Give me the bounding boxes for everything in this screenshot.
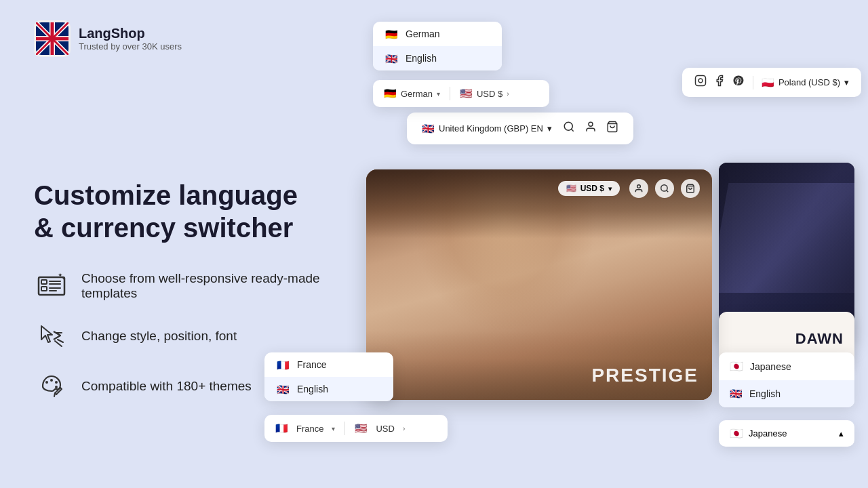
bar-lang-label: German xyxy=(401,89,433,99)
switcher-bar-top[interactable]: 🇩🇪 German ▾ 🇺🇸 USD $ › xyxy=(373,80,549,107)
prestige-user-icon[interactable] xyxy=(629,179,648,198)
german-label: German xyxy=(406,28,440,39)
svg-point-21 xyxy=(55,381,58,384)
feature-text-templates: Choose from well-responsive ready-made t… xyxy=(81,271,359,301)
chevron-down-icon: ▾ xyxy=(844,77,849,87)
svg-rect-11 xyxy=(41,280,47,284)
chevron-right-france: › xyxy=(403,425,405,432)
japanese-active-bar[interactable]: 🇯🇵 Japanese ▴ xyxy=(719,420,854,447)
dropdown-item-english-br[interactable]: 🇬🇧 English xyxy=(719,380,854,407)
english-label-br: English xyxy=(749,388,781,399)
feature-text-themes: Compatible with 180+ themes xyxy=(81,379,252,394)
prestige-label: PRESTIGE xyxy=(591,365,698,386)
svg-point-20 xyxy=(50,379,53,382)
bar-france-flag: 🇫🇷 xyxy=(275,422,288,434)
logo-text-block: LangShop Trusted by over 30K users xyxy=(79,26,182,52)
feature-text-style: Change style, position, font xyxy=(81,329,237,344)
social-icons xyxy=(694,75,745,90)
english-flag-bl: 🇬🇧 xyxy=(275,384,290,394)
bar-france-label: France xyxy=(296,424,323,434)
usd-label: USD $ xyxy=(580,184,604,193)
prestige-icons xyxy=(629,179,700,198)
svg-line-23 xyxy=(54,393,55,396)
poland-bar[interactable]: 🇵🇱 Poland (USD $) ▾ xyxy=(682,68,861,97)
cart-icon[interactable] xyxy=(606,121,618,136)
themes-icon xyxy=(34,369,69,404)
uk-bar[interactable]: 🇬🇧 United Kingdom (GBP) EN ▾ xyxy=(407,113,633,144)
svg-rect-12 xyxy=(41,287,47,291)
bar-currency-flag: 🇺🇸 xyxy=(460,87,473,100)
bar-divider xyxy=(450,87,450,100)
feature-item-templates: ✦ ✦ Choose from well-responsive ready-ma… xyxy=(34,268,359,304)
headline-line2: & currency switcher xyxy=(34,213,293,243)
english-label: English xyxy=(406,53,437,64)
dawn-label: DAWN xyxy=(795,330,844,348)
prestige-search-icon[interactable] xyxy=(655,179,674,198)
dropdown-item-france[interactable]: 🇫🇷 France xyxy=(264,352,393,377)
svg-point-26 xyxy=(564,122,572,130)
german-flag: 🇩🇪 xyxy=(384,28,399,39)
mockups-area: 🇩🇪 German 🇬🇧 English 🇩🇪 German ▾ 🇺🇸 USD … xyxy=(326,0,868,488)
usd-flag: 🇺🇸 xyxy=(566,184,576,193)
france-flag: 🇫🇷 xyxy=(275,359,290,370)
templates-icon: ✦ ✦ xyxy=(34,268,69,304)
feature-item-style: Change style, position, font xyxy=(34,319,359,354)
pinterest-icon[interactable] xyxy=(732,75,745,90)
poland-selector[interactable]: 🇵🇱 Poland (USD $) ▾ xyxy=(762,77,849,89)
uk-selector[interactable]: 🇬🇧 United Kingdom (GBP) EN ▾ xyxy=(422,123,552,135)
prestige-top-bar: 🇺🇸 USD $ ▾ xyxy=(558,179,700,198)
logo-subtitle: Trusted by over 30K users xyxy=(79,41,182,52)
english-label-bl: English xyxy=(297,384,328,394)
dropdown-item-english[interactable]: 🇬🇧 English xyxy=(373,46,502,70)
dropdown-france[interactable]: 🇫🇷 France 🇬🇧 English xyxy=(264,352,393,401)
logo-title: LangShop xyxy=(79,26,182,41)
chevron-down-icon: ▾ xyxy=(437,90,440,98)
style-icon xyxy=(34,319,69,354)
lang-segment[interactable]: 🇩🇪 German ▾ xyxy=(384,87,440,100)
currency-segment[interactable]: 🇺🇸 USD $ › xyxy=(460,87,509,100)
svg-point-27 xyxy=(589,122,593,126)
search-icon[interactable] xyxy=(563,121,575,136)
svg-point-22 xyxy=(55,386,58,388)
uk-label: United Kingdom (GBP) EN xyxy=(439,123,543,134)
svg-rect-24 xyxy=(695,76,705,86)
social-divider xyxy=(753,76,753,89)
usd-tag[interactable]: 🇺🇸 USD $ ▾ xyxy=(558,181,620,196)
dropdown-item-japanese[interactable]: 🇯🇵 Japanese xyxy=(719,352,854,380)
france-label: France xyxy=(297,359,327,370)
poland-label: Poland (USD $) xyxy=(778,77,840,87)
chevron-down-icon-uk: ▾ xyxy=(547,123,552,134)
english-flag-br: 🇬🇧 xyxy=(730,388,743,400)
poland-flag: 🇵🇱 xyxy=(762,77,774,89)
france-lang-segment[interactable]: 🇫🇷 France ▾ xyxy=(275,422,335,434)
chevron-down-prestige: ▾ xyxy=(608,185,612,192)
uk-icons xyxy=(563,121,618,136)
france-currency-segment[interactable]: 🇺🇸 USD › xyxy=(355,422,405,434)
facebook-icon[interactable] xyxy=(713,75,726,90)
active-japanese-label: Japanese xyxy=(749,428,787,439)
bar-usd-label-france: USD xyxy=(376,424,394,434)
logo-area: LangShop Trusted by over 30K users xyxy=(34,20,182,57)
svg-point-19 xyxy=(45,381,48,384)
dropdown-japanese[interactable]: 🇯🇵 Japanese 🇬🇧 English xyxy=(719,352,854,407)
chevron-down-france: ▾ xyxy=(332,425,335,432)
dropdown-german-english[interactable]: 🇩🇪 German 🇬🇧 English xyxy=(373,22,502,70)
bar-german-flag: 🇩🇪 xyxy=(384,87,397,100)
headline-line1: Customize language xyxy=(34,180,298,210)
logo-icon xyxy=(34,20,71,57)
bar-usd-flag-france: 🇺🇸 xyxy=(355,422,368,434)
bar-currency-label: USD $ xyxy=(477,89,502,99)
user-icon[interactable] xyxy=(585,121,597,136)
switcher-bar-france[interactable]: 🇫🇷 France ▾ 🇺🇸 USD › xyxy=(264,415,448,442)
svg-text:✦: ✦ xyxy=(62,276,66,281)
france-bar-divider xyxy=(344,422,345,435)
chevron-up-japanese: ▴ xyxy=(839,428,844,439)
chevron-right-icon: › xyxy=(507,90,509,98)
dropdown-item-german[interactable]: 🇩🇪 German xyxy=(373,22,502,46)
prestige-card: 🇺🇸 USD $ ▾ xyxy=(366,169,712,400)
active-japanese-flag: 🇯🇵 xyxy=(730,427,743,440)
prestige-cart-icon[interactable] xyxy=(681,179,700,198)
instagram-icon[interactable] xyxy=(694,75,707,90)
english-flag: 🇬🇧 xyxy=(384,53,399,64)
dropdown-item-english-bl[interactable]: 🇬🇧 English xyxy=(264,377,393,401)
